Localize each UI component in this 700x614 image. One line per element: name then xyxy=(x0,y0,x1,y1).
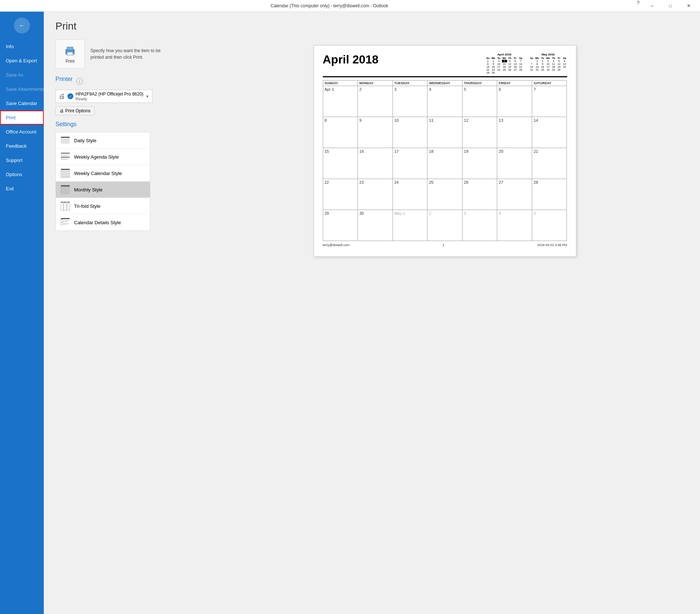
cal-footer: terry@diswell.com 1 2018-04-03 3:48 PM xyxy=(323,243,567,247)
svg-rect-52 xyxy=(64,221,67,222)
minimize-button[interactable]: ─ xyxy=(644,0,661,12)
settings-item-weekly-agenda[interactable]: Weekly Agenda Style xyxy=(56,149,150,165)
cal-cell-num-0-0: Apr 1 xyxy=(325,87,334,92)
svg-rect-9 xyxy=(61,143,70,143)
print-button[interactable]: Print xyxy=(55,39,85,69)
cal-cell-num-2-4: 19 xyxy=(464,149,468,154)
sidebar-item-exit[interactable]: Exit xyxy=(0,182,44,196)
help-button[interactable]: ? xyxy=(634,0,642,12)
cal-cell-num-3-2: 24 xyxy=(394,180,399,184)
mini-cal-may: May 2018 Su Mo Tu We Th Fr Sa xyxy=(529,53,567,74)
svg-rect-54 xyxy=(64,223,69,224)
cal-day-header-tuesday: TUESDAY xyxy=(393,80,428,86)
cal-cell-3-5: 27 xyxy=(497,179,532,210)
weekly-calendar-style-icon xyxy=(60,168,70,178)
cal-cell-0-2: 3 xyxy=(393,86,428,117)
settings-item-weekly-calendar[interactable]: Weekly Calendar Style xyxy=(56,165,150,182)
cal-cell-2-2: 17 xyxy=(393,148,428,179)
cal-cell-num-0-1: 2 xyxy=(359,87,361,92)
cal-cell-num-2-5: 20 xyxy=(499,149,503,154)
cal-cell-num-1-3: 11 xyxy=(429,118,433,123)
svg-rect-8 xyxy=(61,142,70,142)
sidebar-item-options[interactable]: Options xyxy=(0,167,44,182)
cal-day-header-sunday: SUNDAY xyxy=(323,80,358,86)
cal-cell-1-0: 8 xyxy=(323,117,358,148)
svg-rect-28 xyxy=(61,185,70,186)
settings-item-label-weekly-calendar: Weekly Calendar Style xyxy=(74,171,122,176)
cal-cell-3-4: 26 xyxy=(463,179,498,210)
close-button[interactable]: ✕ xyxy=(680,0,697,12)
cal-cell-num-4-5: 4 xyxy=(499,211,501,215)
printer-row: 🖨 ✓ HPA2F9A2 (HP Officejet Pro 8620) Rea… xyxy=(55,90,193,103)
printer-info-icon[interactable]: i xyxy=(76,78,83,85)
printer-section-title: Printer xyxy=(55,76,73,82)
settings-list: Daily StyleWeekly Agenda StyleWeekly Cal… xyxy=(55,132,150,231)
sidebar: ← InfoOpen & ExportSave AsSave Attachmen… xyxy=(0,12,44,614)
cal-cell-1-3: 11 xyxy=(428,117,463,148)
svg-rect-13 xyxy=(61,157,70,158)
printer-select[interactable]: 🖨 ✓ HPA2F9A2 (HP Officejet Pro 8620) Rea… xyxy=(55,90,152,103)
back-button[interactable]: ← xyxy=(14,18,30,34)
svg-rect-4 xyxy=(61,137,70,138)
svg-rect-10 xyxy=(61,153,70,154)
settings-item-label-daily: Daily Style xyxy=(74,138,96,143)
left-panel: Print Specify how you want the item to b… xyxy=(55,39,201,605)
svg-rect-29 xyxy=(61,186,70,187)
cal-cell-1-6: 14 xyxy=(532,117,567,148)
svg-rect-51 xyxy=(64,220,69,221)
settings-item-trifold[interactable]: Tri-fold Style xyxy=(56,198,150,214)
cal-grid: Apr 123456789101112131415161718192021222… xyxy=(323,86,567,241)
cal-cell-4-1: 30 xyxy=(358,210,393,241)
settings-item-calendar-details[interactable]: Calendar Details Style xyxy=(56,214,150,230)
cal-cell-num-2-3: 18 xyxy=(429,149,433,154)
daily-style-icon xyxy=(60,135,70,145)
cal-cell-0-0: Apr 1 xyxy=(323,86,358,117)
print-options-button[interactable]: 🖨 Print Options xyxy=(55,106,94,115)
window-controls: ? ─ □ ✕ xyxy=(634,0,697,12)
cal-cell-4-3: 2 xyxy=(428,210,463,241)
maximize-button[interactable]: □ xyxy=(662,0,679,12)
sidebar-item-support[interactable]: Support xyxy=(0,153,44,167)
printer-status: Ready xyxy=(76,97,143,101)
cal-cell-num-0-3: 4 xyxy=(429,87,431,92)
sidebar-item-office-account[interactable]: Office Account xyxy=(0,125,44,139)
weekly-agenda-style-icon xyxy=(60,152,70,162)
cal-cell-1-4: 12 xyxy=(463,117,498,148)
cal-cell-0-3: 4 xyxy=(428,86,463,117)
mini-cal-april-grid: Su Mo Tu We Th Fr Sa 1 2 3 xyxy=(486,57,523,74)
sidebar-item-save-calendar[interactable]: Save Calendar xyxy=(0,96,44,110)
cal-cell-4-0: 29 xyxy=(323,210,358,241)
cal-cell-num-1-1: 9 xyxy=(359,118,361,123)
mini-cal-may-title: May 2018 xyxy=(529,53,567,56)
sidebar-item-open-export[interactable]: Open & Export xyxy=(0,54,44,68)
settings-item-monthly[interactable]: Monthly Style xyxy=(56,182,150,198)
cal-cell-0-5: 6 xyxy=(497,86,532,117)
print-description: Specify how you want the item to be prin… xyxy=(90,47,163,61)
settings-item-daily[interactable]: Daily Style xyxy=(56,132,150,149)
svg-point-3 xyxy=(73,50,74,52)
cal-cell-num-0-6: 7 xyxy=(534,87,536,92)
sidebar-item-info[interactable]: Info xyxy=(0,39,44,54)
page-title: Print xyxy=(55,20,688,32)
cal-cell-num-3-5: 27 xyxy=(499,180,503,184)
sidebar-item-print[interactable]: Print xyxy=(0,110,44,125)
calendar-page: April 2018 April 2018 Su Mo Tu We xyxy=(314,45,576,257)
mini-cal-april: April 2018 Su Mo Tu We Th Fr Sa 1 xyxy=(486,53,523,74)
cal-cell-4-5: 4 xyxy=(497,210,532,241)
settings-section: Settings Daily StyleWeekly Agenda StyleW… xyxy=(55,121,193,231)
settings-item-label-weekly-agenda: Weekly Agenda Style xyxy=(74,154,119,160)
cal-cell-4-2: May 1 xyxy=(393,210,428,241)
sidebar-item-feedback[interactable]: Feedback xyxy=(0,139,44,153)
cal-cell-num-4-0: 29 xyxy=(325,211,329,215)
printer-icon xyxy=(63,44,77,57)
cal-days-header: SUNDAYMONDAYTUESDAYWEDNESDAYTHURSDAYFRID… xyxy=(323,80,567,86)
settings-item-label-calendar-details: Calendar Details Style xyxy=(74,220,121,225)
svg-rect-50 xyxy=(61,220,63,222)
cal-cell-num-1-2: 10 xyxy=(394,118,399,123)
cal-cell-num-2-2: 17 xyxy=(394,149,399,154)
printer-dropdown-arrow: ▼ xyxy=(146,94,149,98)
cal-cell-num-2-6: 21 xyxy=(534,149,538,154)
window-title: Calendar (This computer only) - terry@di… xyxy=(25,3,634,8)
cal-cell-3-0: 22 xyxy=(323,179,358,210)
svg-rect-16 xyxy=(61,169,70,170)
